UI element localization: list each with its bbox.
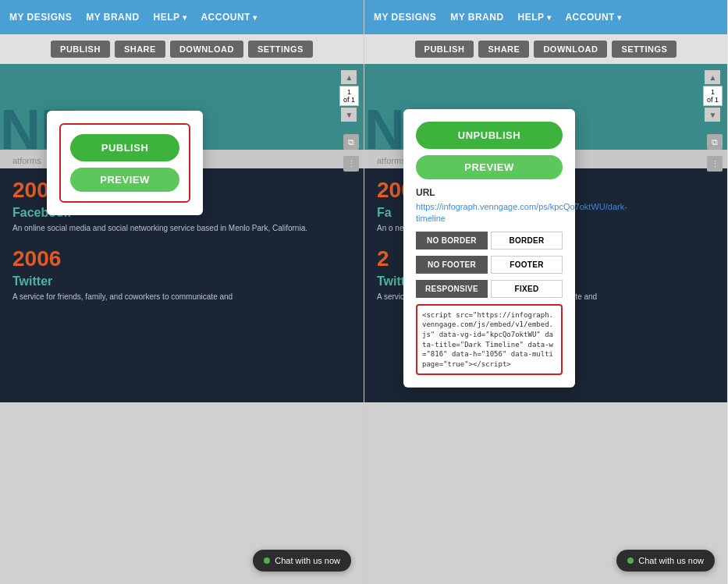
url-section: URL https://infograph.venngage.com/ps/kp… <box>416 187 563 225</box>
unpublish-btn[interactable]: UNPUBLISH <box>416 122 563 149</box>
chat-label-right: Chat with us now <box>638 556 704 565</box>
publish-btn-right[interactable]: PUBLISH <box>415 41 474 58</box>
right-toolbar: PUBLISH SHARE DOWNLOAD SETTINGS <box>364 34 727 64</box>
publish-popup-border: PUBLISH PREVIEW <box>59 123 190 203</box>
preview-action-btn-right[interactable]: PREVIEW <box>416 155 563 179</box>
nav-my-designs-left[interactable]: MY DESIGNS <box>9 12 72 23</box>
scroll-down-right[interactable]: ▼ <box>705 108 720 122</box>
nav-my-brand-left[interactable]: MY BRAND <box>86 12 139 23</box>
copy-icon-left[interactable]: ⧉ <box>343 134 359 150</box>
share-btn-left[interactable]: SHARE <box>115 41 165 58</box>
more-icon-right[interactable]: ⋮ <box>707 156 723 172</box>
chat-dot-left <box>264 557 270 564</box>
share-btn-right[interactable]: SHARE <box>478 41 529 58</box>
footer-toggle-row: NO FOOTER FOOTER <box>416 256 563 274</box>
border-toggle-row: NO BORDER BORDER <box>416 232 563 250</box>
publish-popup-left: PUBLISH PREVIEW <box>47 111 203 215</box>
responsive-toggle-row: RESPONSIVE FIXED <box>416 280 563 298</box>
responsive-btn[interactable]: RESPONSIVE <box>416 280 488 298</box>
border-btn[interactable]: BORDER <box>491 232 563 250</box>
scroll-up-left[interactable]: ▲ <box>341 70 357 84</box>
footer-btn[interactable]: FOOTER <box>491 256 563 274</box>
no-footer-btn[interactable]: NO FOOTER <box>416 256 488 274</box>
settings-btn-left[interactable]: SETTINGS <box>248 41 313 58</box>
copy-icon-right[interactable]: ⧉ <box>707 134 723 150</box>
right-nav: MY DESIGNS MY BRAND HELP ACCOUNT <box>364 0 727 34</box>
nav-help-right[interactable]: HELP <box>518 12 552 23</box>
chat-button-left[interactable]: Chat with us now <box>253 550 351 572</box>
left-toolbar: PUBLISH SHARE DOWNLOAD SETTINGS <box>0 34 364 64</box>
scroll-down-left[interactable]: ▼ <box>341 108 357 122</box>
publish-action-btn[interactable]: PUBLISH <box>70 134 179 161</box>
right-panel: MY DESIGNS MY BRAND HELP ACCOUNT PUBLISH… <box>364 0 727 584</box>
nav-my-brand-right[interactable]: MY BRAND <box>450 12 503 23</box>
url-link[interactable]: https://infograph.venngage.com/ps/kpcQo7… <box>416 201 563 225</box>
side-icons-left: ⧉ ⋮ <box>343 134 359 172</box>
no-border-btn[interactable]: NO BORDER <box>416 232 488 250</box>
scroll-up-right[interactable]: ▲ <box>705 70 720 84</box>
year-2006-left: 2006 <box>12 246 351 271</box>
left-canvas: NE atforms 2004 Facebook An online socia… <box>0 64 364 584</box>
embed-code-box[interactable]: <script src="https://infograph.venngage.… <box>416 304 563 376</box>
chat-label-left: Chat with us now <box>275 556 340 565</box>
nav-my-designs-right[interactable]: MY DESIGNS <box>374 12 436 23</box>
publish-btn-left[interactable]: PUBLISH <box>51 41 110 58</box>
scroll-controls-left: ▲ 1 of 1 ▼ <box>339 70 359 122</box>
more-icon-left[interactable]: ⋮ <box>343 156 359 172</box>
left-nav: MY DESIGNS MY BRAND HELP ACCOUNT <box>0 0 364 34</box>
page-indicator-right: 1 of 1 <box>703 86 723 106</box>
chat-button-right[interactable]: Chat with us now <box>616 550 715 572</box>
brand-twitter-left: Twitter <box>12 274 351 288</box>
desc-twitter-left: A service for friends, family, and cowor… <box>12 292 351 303</box>
chat-dot-right <box>627 557 634 564</box>
scroll-controls-right: ▲ 1 of 1 ▼ <box>703 70 723 122</box>
download-btn-left[interactable]: DOWNLOAD <box>170 41 243 58</box>
desc-facebook-left: An online social media and social networ… <box>12 223 351 234</box>
download-btn-right[interactable]: DOWNLOAD <box>534 41 607 58</box>
settings-btn-right[interactable]: SETTINGS <box>612 41 677 58</box>
page-indicator-left: 1 of 1 <box>339 86 359 106</box>
preview-action-btn-left[interactable]: PREVIEW <box>70 168 179 192</box>
url-label: URL <box>416 187 563 198</box>
left-panel: MY DESIGNS MY BRAND HELP ACCOUNT PUBLISH… <box>0 0 364 584</box>
right-canvas: NE atforms 2004 Fa An o net 2 Twitter A … <box>364 64 727 584</box>
fixed-btn[interactable]: FIXED <box>491 280 563 298</box>
nav-account-left[interactable]: ACCOUNT <box>201 12 257 23</box>
share-popup-right: UNPUBLISH PREVIEW URL https://infograph.… <box>403 109 575 388</box>
nav-account-right[interactable]: ACCOUNT <box>565 12 621 23</box>
nav-help-left[interactable]: HELP <box>154 12 187 23</box>
side-icons-right: ⧉ ⋮ <box>707 134 723 172</box>
